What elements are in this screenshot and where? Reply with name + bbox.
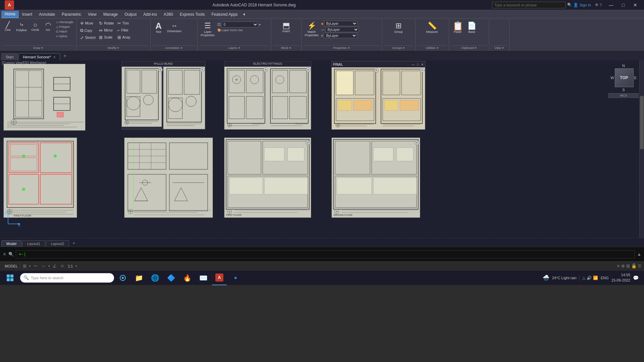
status-workspace[interactable]: ⊕ <box>621 263 625 268</box>
start-button[interactable] <box>3 270 17 285</box>
notification-icon[interactable]: 💬 <box>633 275 639 281</box>
sign-in-button[interactable]: Sign In <box>580 3 591 7</box>
layer-properties-button[interactable]: ☰ Layer Layer Properties Properties <box>200 20 216 38</box>
cmd-scroll-up[interactable]: ▲ <box>637 252 641 257</box>
tab-close-icon[interactable]: ✕ <box>53 55 56 59</box>
close-button[interactable]: ✕ <box>629 0 641 10</box>
wcs-label[interactable]: WCS <box>608 93 639 98</box>
scale-button[interactable]: ⊞Scale <box>98 34 115 41</box>
draw-expand-icon[interactable]: ▾ <box>41 46 43 50</box>
sys-icons[interactable]: △ 🔊 📶 <box>582 276 598 280</box>
status-snap[interactable]: ⤳ <box>32 263 39 269</box>
line-button[interactable]: ╱ Line <box>2 20 13 33</box>
dimension-button[interactable]: ↔ Dimension <box>166 20 183 34</box>
mirror-button[interactable]: ⇔Mirror <box>98 27 115 34</box>
user-icon[interactable]: 👤 <box>573 3 578 7</box>
clipboard-expand-icon[interactable]: ▾ <box>475 46 477 50</box>
vscrollbar[interactable] <box>639 60 644 238</box>
menu-express[interactable]: Express Tools <box>176 11 208 18</box>
taskbar-app6[interactable]: 🔹 <box>228 270 243 285</box>
draw-more-btn2[interactable]: △ Polygon <box>55 25 74 29</box>
utilities-expand-icon[interactable]: ▾ <box>437 46 438 50</box>
fillet-button[interactable]: ⌐Fillet <box>116 27 132 34</box>
menu-a360[interactable]: A360 <box>160 11 176 18</box>
taskbar-autocad[interactable]: A <box>212 270 227 285</box>
menu-home[interactable]: Home <box>1 11 19 18</box>
help-icon[interactable]: ? <box>600 3 602 7</box>
menu-featured[interactable]: Featured Apps <box>208 11 241 18</box>
layer-select[interactable]: 0 <box>221 21 258 27</box>
status-ortho[interactable]: ↔ <box>40 263 47 269</box>
menu-output[interactable]: Output <box>121 11 140 18</box>
maximize-button[interactable]: □ <box>617 0 629 10</box>
menu-manage[interactable]: Manage <box>100 11 121 18</box>
status-plus[interactable]: + <box>617 263 620 269</box>
text-button[interactable]: A Text <box>153 20 165 35</box>
menu-parametric[interactable]: Parametric <box>58 11 85 18</box>
status-settings[interactable]: ☰ <box>638 264 641 268</box>
taskbar-search[interactable]: 🔍 Type here to search <box>20 273 114 283</box>
trim-button[interactable]: ✂Trim <box>116 20 132 26</box>
minimize-button[interactable]: — <box>605 0 617 10</box>
menu-addins[interactable]: Add-ins <box>140 11 160 18</box>
viewcube-west[interactable]: W <box>610 76 614 80</box>
tab-layout1[interactable]: Layout1 <box>22 240 45 247</box>
block-expand-icon[interactable]: ▾ <box>289 46 291 50</box>
rotate-button[interactable]: ↻Rotate <box>98 20 115 26</box>
cmd-close-icon[interactable]: ✕ <box>3 252 6 257</box>
circle-button[interactable]: ○ Circle <box>30 20 41 33</box>
status-lock[interactable]: 🔓 <box>631 263 637 268</box>
arc-button[interactable]: ◠ Arc <box>42 20 54 33</box>
taskbar-app3[interactable]: 🔷 <box>164 270 178 285</box>
search-input[interactable] <box>492 2 566 8</box>
drawing-viewport[interactable]: PALLO BUND <box>0 60 639 238</box>
settings-icon[interactable]: ⚙ <box>595 3 598 7</box>
final-minimize[interactable]: — <box>412 63 415 66</box>
layers-expand-icon[interactable]: ▾ <box>238 46 240 50</box>
polyline-button[interactable]: ⤷ Polyline <box>15 20 28 33</box>
viewcube[interactable]: N W TOP E S WCS <box>608 64 639 98</box>
color-select[interactable]: ByLayer <box>324 21 358 26</box>
taskbar-mail[interactable]: ✉️ <box>196 270 211 285</box>
status-model[interactable]: MODEL <box>3 263 20 269</box>
final-maximize[interactable]: □ <box>417 63 419 66</box>
draw-more-btn4[interactable]: ∞ Spline <box>55 34 74 38</box>
final-close[interactable]: ✕ <box>421 63 424 66</box>
menu-insert[interactable]: Insert <box>19 11 36 18</box>
menu-view[interactable]: View <box>85 11 100 18</box>
command-input[interactable] <box>16 250 635 258</box>
tab-start[interactable]: Start <box>1 53 18 60</box>
status-grid-dropdown[interactable]: ▾ <box>29 264 31 268</box>
viewcube-east[interactable]: E <box>634 76 637 80</box>
menu-annotate[interactable]: Annotate <box>36 11 58 18</box>
status-scale-dropdown[interactable]: ▾ <box>75 264 77 268</box>
tab-hemant[interactable]: Hemant Sonone* ✕ <box>18 53 60 60</box>
taskbar-edge[interactable]: 🌐 <box>148 270 162 285</box>
stretch-button[interactable]: ⤢Stretch <box>79 35 97 41</box>
status-otrack[interactable]: ⊙ <box>59 263 65 269</box>
modify-expand-icon[interactable]: ▾ <box>117 46 119 50</box>
paste-button[interactable]: 📋 Paste <box>451 20 465 35</box>
tab-layout2[interactable]: Layout2 <box>46 240 69 247</box>
match-properties-button[interactable]: ⚡ Match Match Properties Properties <box>304 20 320 38</box>
tab-add-layout[interactable]: + <box>70 239 78 247</box>
status-ortho-dropdown[interactable]: ▾ <box>48 264 50 268</box>
task-view-button[interactable] <box>115 270 130 285</box>
view-expand-icon[interactable]: ▾ <box>502 46 504 50</box>
linetype-select[interactable]: ByLayer <box>325 27 359 32</box>
viewcube-box[interactable]: TOP <box>615 68 634 87</box>
taskbar-explorer[interactable]: 📁 <box>131 270 146 285</box>
copy-button[interactable]: ⧉Copy <box>79 27 97 34</box>
lineweight-select[interactable]: ByLayer <box>324 33 357 38</box>
group-button[interactable]: ⊞ Group <box>393 20 404 35</box>
annotation-expand-icon[interactable]: ▾ <box>181 46 182 50</box>
status-panels[interactable]: ⊞ <box>626 263 630 268</box>
move-button[interactable]: ✛Move <box>79 20 97 26</box>
menu-more[interactable]: ▾ <box>241 11 247 18</box>
taskbar-app4[interactable]: 🔥 <box>180 270 195 285</box>
base-button[interactable]: 📄 Base <box>466 20 478 35</box>
draw-more-btn3[interactable]: ⊡ Hatch <box>55 29 74 34</box>
tab-add[interactable]: + <box>61 52 69 60</box>
properties-expand-icon[interactable]: ▾ <box>348 46 350 50</box>
cmd-search-icon[interactable]: 🔍 <box>8 252 14 257</box>
